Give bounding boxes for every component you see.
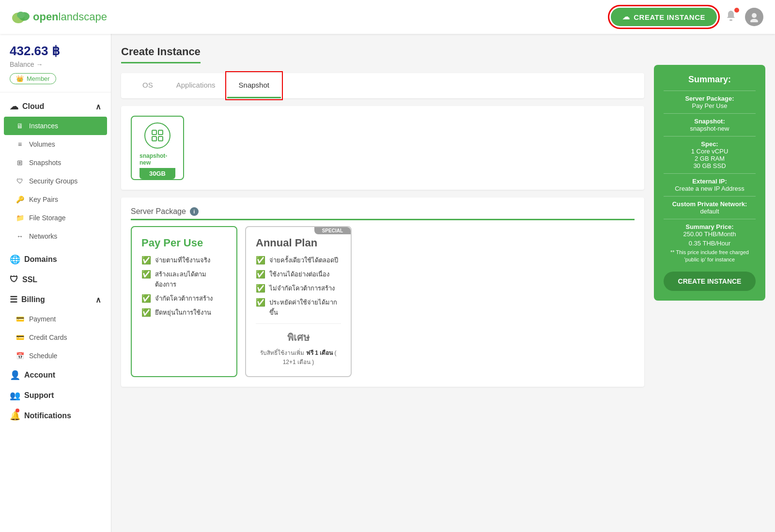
tab-applications[interactable]: Applications bbox=[165, 73, 227, 98]
sidebar-item-credit-cards[interactable]: 💳 Credit Cards bbox=[0, 328, 111, 347]
annual-check-2: ✅ bbox=[256, 270, 265, 279]
main-layout: 432.63 ฿ Balance → 👑 Member ☁ Cloud ∧ bbox=[0, 34, 775, 532]
tab-snapshot[interactable]: Snapshot bbox=[227, 73, 281, 98]
notification-badge bbox=[734, 8, 739, 13]
page-title: Create Instance bbox=[121, 46, 201, 63]
snapshot-card-icon bbox=[144, 122, 170, 149]
annual-special-title: พิเศษ bbox=[256, 330, 341, 345]
member-badge[interactable]: 👑 Member bbox=[10, 73, 56, 84]
svg-point-4 bbox=[752, 13, 757, 18]
sidebar-item-networks[interactable]: ↔ Networks bbox=[0, 227, 111, 245]
notifications-group-header[interactable]: 🔔 Notifications bbox=[0, 406, 111, 426]
create-instance-button[interactable]: ☁ CREATE INSTANCE bbox=[611, 8, 717, 26]
svg-rect-8 bbox=[152, 137, 156, 141]
tabs-container: OS Applications Snapshot bbox=[121, 73, 644, 98]
header-right: ☁ CREATE INSTANCE bbox=[611, 8, 763, 26]
ssl-group-header[interactable]: 🛡 SSL bbox=[0, 270, 111, 289]
server-package-title: Server Package i bbox=[131, 207, 635, 220]
balance-amount: 432.63 ฿ bbox=[10, 44, 101, 59]
info-icon[interactable]: i bbox=[190, 207, 199, 216]
annual-feature-4: ✅ ประหยัดค่าใช้จ่ายได้มากขึ้น bbox=[256, 297, 341, 318]
sidebar: 432.63 ฿ Balance → 👑 Member ☁ Cloud ∧ bbox=[0, 34, 111, 532]
volumes-icon: ≡ bbox=[16, 140, 24, 149]
summary-create-instance-button[interactable]: CREATE INSTANCE bbox=[664, 272, 756, 291]
svg-rect-3 bbox=[729, 19, 732, 21]
annual-check-3: ✅ bbox=[256, 284, 265, 293]
svg-rect-6 bbox=[152, 130, 156, 135]
sidebar-item-security-groups[interactable]: 🛡 Security Groups bbox=[0, 172, 111, 190]
annual-special-section: พิเศษ รับสิทธิ์ใช้งานเพิ่ม ฟรี 1 เดือน (… bbox=[256, 330, 341, 366]
account-icon: 👤 bbox=[10, 370, 20, 380]
tab-os[interactable]: OS bbox=[131, 73, 165, 98]
sidebar-item-snapshots[interactable]: ⊞ Snapshots bbox=[0, 153, 111, 172]
annual-feature-1: ✅ จ่ายครั้งเดียวใช้ได้ตลอดปี bbox=[256, 255, 341, 265]
domains-group-header[interactable]: 🌐 Domains bbox=[0, 249, 111, 270]
sidebar-item-file-storage[interactable]: 📁 File Storage bbox=[0, 209, 111, 227]
sidebar-item-key-pairs[interactable]: 🔑 Key Pairs bbox=[0, 190, 111, 209]
billing-group-header[interactable]: ☰ Billing ∧ bbox=[0, 289, 111, 310]
summary-price-row: Summary Price: 250.00 THB/Month 0.35 THB… bbox=[664, 223, 756, 264]
chevron-up-icon: ∧ bbox=[95, 102, 101, 111]
networks-icon: ↔ bbox=[16, 232, 24, 241]
svg-point-5 bbox=[750, 19, 758, 22]
content-area: Create Instance OS Applications Snapshot bbox=[111, 34, 775, 532]
support-group-header[interactable]: 👥 Support bbox=[0, 385, 111, 406]
summary-cpn-row: Custom Private Network: default bbox=[664, 200, 756, 215]
instances-icon: 🖥 bbox=[16, 122, 24, 130]
key-pairs-icon: 🔑 bbox=[16, 195, 24, 204]
cloud-group-header[interactable]: ☁ Cloud ∧ bbox=[0, 96, 111, 117]
snapshot-cards-area: snapshot-new 30GB bbox=[121, 106, 644, 190]
crown-icon: 👑 bbox=[16, 75, 24, 82]
credit-cards-icon: 💳 bbox=[16, 333, 24, 342]
summary-panel: Summary: Server Package: Pay Per Use Sna… bbox=[654, 65, 765, 301]
content-main: Create Instance OS Applications Snapshot bbox=[121, 46, 644, 520]
pay-per-use-feature-2: ✅ สร้างและลบได้ตามต้องการ bbox=[141, 269, 227, 289]
pay-per-use-feature-4: ✅ ยึดหยุ่นในการใช้งาน bbox=[141, 307, 227, 318]
summary-spec-row: Spec: 1 Core vCPU 2 GB RAM 30 GB SSD bbox=[664, 140, 756, 169]
domains-icon: 🌐 bbox=[10, 254, 20, 265]
security-groups-icon: 🛡 bbox=[16, 177, 24, 185]
snapshot-card-snapshot-new[interactable]: snapshot-new 30GB bbox=[131, 116, 184, 180]
annual-feature-2: ✅ ใช้งานได้อย่างต่อเนื่อง bbox=[256, 269, 341, 279]
svg-point-2 bbox=[17, 12, 25, 18]
arrow-right-icon: → bbox=[36, 61, 43, 68]
check-icon-4: ✅ bbox=[141, 308, 151, 317]
balance-section: 432.63 ฿ Balance → 👑 Member bbox=[0, 34, 111, 92]
cloud-sidebar-icon: ☁ bbox=[10, 101, 18, 112]
cloud-items: 🖥 Instances ≡ Volumes ⊞ Snapshots 🛡 Secu… bbox=[0, 117, 111, 245]
annual-plan-title: Annual Plan bbox=[256, 237, 341, 249]
summary-snapshot-row: Snapshot: snapshot-new bbox=[664, 118, 756, 132]
special-badge: SPECIAL bbox=[314, 227, 351, 234]
pay-per-use-feature-3: ✅ จำกัดโควต้าการสร้าง bbox=[141, 293, 227, 304]
summary-external-ip-row: External IP: Create a new IP Address bbox=[664, 178, 756, 192]
package-cards: Pay Per Use ✅ จ่ายตามที่ใช้งานจริง ✅ สร้… bbox=[131, 226, 635, 377]
tabs: OS Applications Snapshot bbox=[131, 73, 635, 98]
sidebar-item-schedule[interactable]: 📅 Schedule bbox=[0, 347, 111, 365]
sidebar-item-payment[interactable]: 💳 Payment bbox=[0, 310, 111, 328]
sidebar-item-volumes[interactable]: ≡ Volumes bbox=[0, 135, 111, 153]
annual-feature-3: ✅ ไม่จำกัดโควต้าการสร้าง bbox=[256, 283, 341, 293]
logo-text: openlandscape bbox=[33, 11, 107, 23]
pay-per-use-title: Pay Per Use bbox=[141, 237, 227, 249]
annual-special-desc: รับสิทธิ์ใช้งานเพิ่ม ฟรี 1 เดือน ( 12+1 … bbox=[256, 348, 341, 366]
snapshot-card-size: 30GB bbox=[140, 168, 175, 179]
package-card-annual-plan[interactable]: SPECIAL Annual Plan ✅ จ่ายครั้งเดียวใช้ไ… bbox=[245, 226, 352, 377]
user-avatar[interactable] bbox=[745, 8, 763, 26]
ssl-icon: 🛡 bbox=[10, 274, 18, 285]
annual-check-1: ✅ bbox=[256, 256, 265, 265]
notifications-icon: 🔔 bbox=[10, 410, 20, 421]
header: openlandscape ☁ CREATE INSTANCE bbox=[0, 0, 775, 34]
annual-check-4: ✅ bbox=[256, 298, 265, 307]
logo: openlandscape bbox=[12, 10, 107, 24]
payment-icon: 💳 bbox=[16, 315, 24, 323]
package-card-pay-per-use[interactable]: Pay Per Use ✅ จ่ายตามที่ใช้งานจริง ✅ สร้… bbox=[131, 226, 237, 377]
balance-label[interactable]: Balance → bbox=[10, 61, 101, 68]
account-group-header[interactable]: 👤 Account bbox=[0, 365, 111, 385]
sidebar-item-instances[interactable]: 🖥 Instances bbox=[4, 117, 107, 135]
check-icon-2: ✅ bbox=[141, 270, 151, 279]
packages-area: Server Package i Pay Per Use ✅ จ่ายตามที… bbox=[121, 198, 644, 387]
notification-bell[interactable] bbox=[725, 10, 737, 24]
sidebar-cloud-section: ☁ Cloud ∧ 🖥 Instances ≡ Volumes ⊞ Snapsh… bbox=[0, 92, 111, 249]
logo-icon bbox=[12, 10, 30, 24]
check-icon-3: ✅ bbox=[141, 294, 151, 303]
